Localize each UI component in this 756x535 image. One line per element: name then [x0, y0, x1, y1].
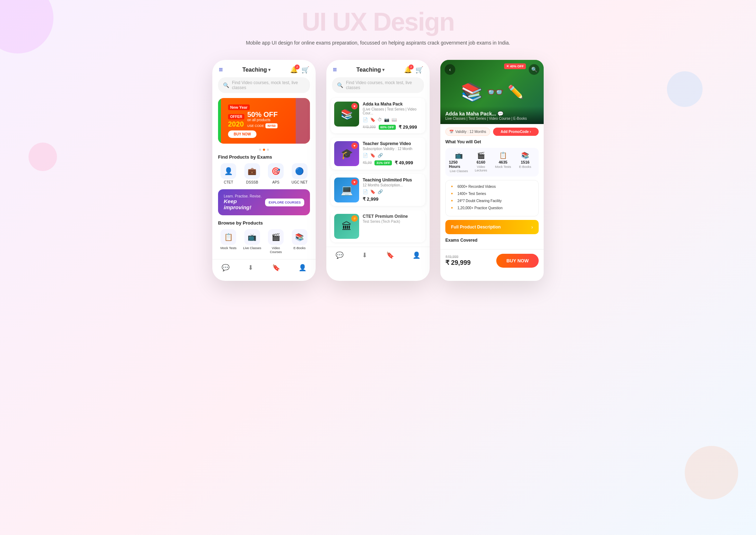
bell-icon-2[interactable]: 🔔 2: [404, 66, 412, 74]
phone2-title-area: Teaching ▾: [356, 67, 384, 73]
nav-chat-2[interactable]: 💬: [336, 251, 343, 259]
add-promo-btn[interactable]: Add PromoCode ›: [493, 128, 539, 136]
video-lectures-num: 6160: [477, 160, 485, 164]
exam-dsssb[interactable]: 💼 DSSSB: [242, 163, 263, 184]
buy-now-btn[interactable]: BUY NOW: [496, 254, 539, 268]
product-card-2[interactable]: 🎓 ♥ Teacher Supreme Video Subscription V…: [331, 138, 425, 170]
full-desc-label: Full Product Description: [451, 225, 501, 230]
feat-doc-3: 📄: [363, 189, 368, 194]
search-icon-2: 🔍: [337, 82, 343, 88]
mock-tests-stat-label: Mock Tests: [495, 165, 511, 169]
banner-buy-btn[interactable]: BUY NOW: [228, 130, 257, 138]
mock-tests-icon: 📋: [221, 229, 236, 245]
search-bar-1[interactable]: 🔍 Find Video courses, mock test, live cl…: [218, 77, 310, 93]
mock-tests-num: 4635: [499, 160, 507, 164]
nav-chat-1[interactable]: 💬: [222, 264, 229, 272]
phone-3: 📚 👓 ✏️ ‹ 🔍 ✕ 40% OFF Adda ka Maha Pack..…: [440, 60, 544, 281]
feat-book-1: 📖: [392, 117, 397, 122]
fav-icon-4: ⚡: [351, 215, 358, 222]
price-current-1: ₹ 29,999: [399, 124, 417, 130]
hero-overlay: Adda ka Maha Pack... 💬 Live Classes | Te…: [440, 107, 544, 124]
product-features-3: 📄 🔖 🔗: [363, 189, 422, 194]
browse-mock-tests[interactable]: 📋 Mock Tests: [218, 229, 239, 254]
search-placeholder-1: Find Video courses, mock test, live clas…: [232, 80, 305, 90]
nav-download-1[interactable]: ⬇: [248, 264, 253, 272]
nav-profile-2[interactable]: 👤: [413, 251, 420, 259]
live-classes-stat-label: Live Classes: [450, 169, 468, 173]
nav-profile-1[interactable]: 👤: [299, 264, 306, 272]
hero-search-btn[interactable]: 🔍: [529, 64, 539, 75]
ebooks-stat-label: E-Books: [519, 165, 531, 169]
product-card-3[interactable]: 💻 ♥ Teaching Unlimited Plus 12 Months Su…: [331, 174, 425, 206]
cart-icon[interactable]: 🛒: [301, 66, 309, 74]
phone2-header: ≡ Teaching ▾ 🔔 2 🛒: [326, 60, 430, 77]
nav-bookmark-1[interactable]: 🔖: [272, 264, 280, 272]
feat-bookmark-1: 🔖: [370, 117, 376, 122]
product-sub-2: Subscription Validity : 12 Month: [363, 147, 422, 151]
product-info-1: Adda ka Maha Pack (Live Classes | Test S…: [363, 102, 422, 130]
fav-icon-2: ♥: [351, 143, 358, 149]
fav-icon-3: ♥: [351, 179, 358, 185]
phone1-header: ≡ Teaching ▾ 🔔 2 🛒: [212, 60, 316, 77]
feat-doc-2: 📄: [363, 153, 368, 158]
mock-tests-stat-icon: 📋: [499, 151, 507, 159]
feature-3: 🔸 24*7 Doubt Clearing Facility: [449, 198, 535, 203]
price-original-1: ₹49,999: [363, 125, 376, 129]
feature-2: 🔸 1400+ Test Series: [449, 191, 535, 196]
product-card-4[interactable]: 🏛 ⚡ CTET Premium Online Test Series (Tec…: [331, 210, 425, 242]
product-thumb-1: 📚 ♥: [334, 102, 359, 127]
calendar-icon: 📅: [449, 130, 454, 134]
ebooks-icon: 📚: [292, 229, 307, 245]
bell-icon[interactable]: 🔔 2: [290, 66, 298, 74]
banner-use-code: USE CODE: [247, 124, 264, 128]
phone-1: ≡ Teaching ▾ 🔔 2 🛒 🔍 Find Video courses,…: [212, 60, 316, 281]
product-name-4: CTET Premium Online: [363, 214, 422, 219]
product-info-2: Teacher Supreme Video Subscription Valid…: [363, 141, 422, 165]
find-products-title: Find Products by Exams: [218, 154, 310, 160]
full-desc-arrow-icon: ›: [531, 224, 533, 230]
nav-download-2[interactable]: ⬇: [362, 251, 367, 259]
dsssb-icon: 💼: [244, 163, 260, 179]
menu-icon[interactable]: ≡: [219, 66, 223, 74]
browse-ebooks[interactable]: 📚 E-Books: [289, 229, 310, 254]
hero-product-title: Adda ka Maha Pack...: [445, 111, 496, 117]
menu-icon-2[interactable]: ≡: [333, 66, 337, 74]
feat-bookmark-2: 🔖: [370, 153, 376, 158]
product-sub-1: (Live Classes | Test Series | Video Cour…: [363, 107, 422, 115]
dot-2: [263, 149, 265, 151]
product-features-2: 📄 🔖 🔗: [363, 153, 422, 158]
bell-badge-2: 2: [409, 65, 414, 70]
search-bar-2[interactable]: 🔍 Find Video courses, mock test, live cl…: [332, 77, 424, 93]
hero-title: UI UX Design: [14, 7, 742, 36]
exam-ctet[interactable]: 👤 CTET: [218, 163, 239, 184]
phone2-brand-title: Teaching: [356, 67, 381, 73]
explore-courses-btn[interactable]: EXPLORE COURSES: [265, 199, 304, 206]
exam-aps[interactable]: 🎯 APS: [265, 163, 286, 184]
promo-line2: Keep improving!: [224, 198, 265, 210]
bottom-nav-1: 💬 ⬇ 🔖 👤: [212, 259, 316, 275]
promo-banner: New Year OFFER 2020 50% OFF on all produ…: [218, 98, 310, 144]
browse-live-classes[interactable]: 📺 Live Classes: [242, 229, 263, 254]
cart-icon-2[interactable]: 🛒: [415, 66, 423, 74]
browse-video-courses[interactable]: 🎬 Video Courses: [265, 229, 286, 254]
banner-offer-label: OFFER: [228, 114, 244, 119]
back-btn[interactable]: ‹: [445, 64, 455, 75]
price-area: ₹49,999 ₹ 29,999: [445, 255, 471, 267]
whatsapp-icon: 💬: [497, 111, 503, 117]
feat-dot-1: 🔸: [449, 184, 455, 189]
product-card-1[interactable]: 📚 ♥ Adda ka Maha Pack (Live Classes | Te…: [331, 98, 425, 133]
product-list: 📚 ♥ Adda ka Maha Pack (Live Classes | Te…: [326, 98, 430, 242]
full-product-desc-btn[interactable]: Full Product Description ›: [445, 220, 539, 234]
ugcnet-label: UGC NET: [291, 180, 307, 184]
price-badge-1: 60% OFF: [379, 125, 396, 130]
product-thumb-3: 💻 ♥: [334, 178, 359, 202]
mock-tests-label: Mock Tests: [221, 246, 237, 250]
exam-ugcnet[interactable]: 🔵 UGC NET: [289, 163, 310, 184]
discount-badge: ✕ 40% OFF: [504, 63, 526, 69]
feat-dot-4: 🔸: [449, 205, 455, 210]
validity-row: 📅 Validity : 12 Months Add PromoCode ›: [445, 128, 539, 136]
live-classes-num: 1250 Hours: [449, 160, 469, 169]
stat-video-lectures: 🎬 6160 Video Lectures: [471, 151, 491, 173]
nav-bookmark-2[interactable]: 🔖: [386, 251, 394, 259]
banner-year: 2020: [228, 120, 244, 128]
